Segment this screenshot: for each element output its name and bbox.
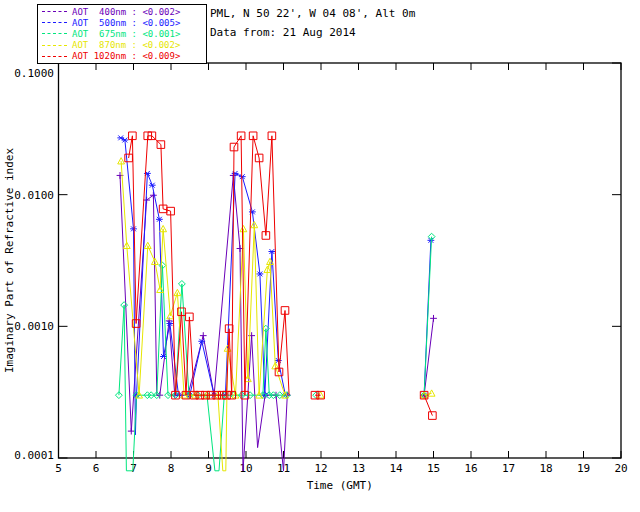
legend-label-aot-1020nm: AOT 1020nm : <0.009> [72,51,180,61]
screen: 567891011121314151617181920Time (GMT)0.1… [0,0,640,512]
data-point-marker [150,192,157,199]
x-tick-label: 8 [168,462,175,475]
y-tick-label: 0.0010 [14,320,54,333]
legend-dash-aot-1020nm [42,56,67,57]
data-date: Data from: 21 Aug 2014 [210,26,356,39]
data-point-marker [200,332,207,339]
y-tick-label: 0.0001 [14,449,54,462]
y-tick-label: 0.0100 [14,189,54,202]
x-axis-label: Time (GMT) [307,479,373,492]
x-tick-label: 16 [464,462,477,475]
legend-label-aot-400nm: AOT 400nm : <0.002> [72,7,180,17]
x-tick-label: 15 [427,462,440,475]
series-line-675nm [119,266,287,471]
station-info: PML, N 50 22', W 04 08', Alt 0m [210,7,415,20]
series-500nm [117,135,434,434]
y-axis: 0.10000.01000.00100.0001Imaginary Part o… [3,63,621,462]
x-tick-label: 17 [502,462,515,475]
x-tick-label: 10 [239,462,252,475]
legend-label-aot-675nm: AOT 675nm : <0.001> [72,29,180,39]
legend-entry-aot-400nm: AOT 400nm : <0.002> [38,6,206,17]
series-line-675nm [424,237,432,396]
x-tick-label: 12 [314,462,327,475]
data-point-marker [428,390,435,396]
legend-entry-aot-1020nm: AOT 1020nm : <0.009> [38,51,206,62]
x-tick-label: 6 [93,462,100,475]
refractive-index-chart: 567891011121314151617181920Time (GMT)0.1… [0,0,640,512]
x-tick-label: 14 [389,462,403,475]
legend-label-aot-870nm: AOT 870nm : <0.002> [72,40,180,50]
x-tick-label: 19 [577,462,590,475]
x-tick-label: 9 [205,462,212,475]
legend-dash-aot-675nm [42,33,67,34]
x-tick-label: 13 [352,462,365,475]
x-tick-label: 20 [614,462,627,475]
legend-dash-aot-870nm [42,45,67,46]
legend-entry-aot-675nm: AOT 675nm : <0.001> [38,28,206,39]
legend-box: AOT 400nm : <0.002>AOT 500nm : <0.005>AO… [37,4,207,64]
legend-entry-aot-870nm: AOT 870nm : <0.002> [38,40,206,51]
y-axis-label: Imaginary Part of Refractive index [3,148,16,374]
y-tick-label: 0.1000 [14,67,54,80]
legend-label-aot-500nm: AOT 500nm : <0.005> [72,18,180,28]
x-tick-label: 18 [539,462,552,475]
x-tick-label: 5 [55,462,62,475]
legend-dash-aot-500nm [42,22,67,23]
data-point-marker [239,174,246,179]
data-point-marker [430,315,437,322]
series-1020nm [125,132,436,419]
legend-entry-aot-500nm: AOT 500nm : <0.005> [38,17,206,28]
data-point-marker [128,428,135,435]
legend-dash-aot-400nm [42,11,67,12]
